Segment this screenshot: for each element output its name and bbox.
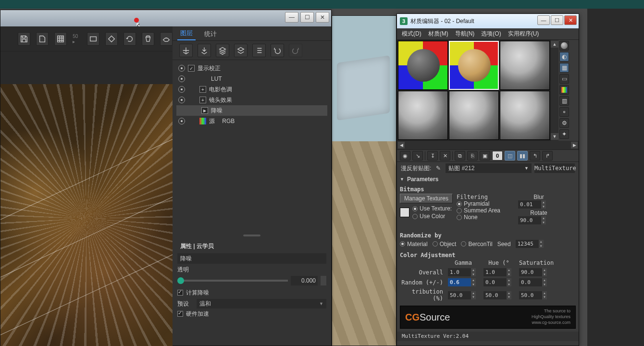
- tree-row[interactable]: 源 RGB: [176, 116, 327, 126]
- material-id-icon[interactable]: 0: [492, 151, 503, 161]
- scroll-left-icon[interactable]: ◀: [398, 142, 405, 148]
- overall-sat-spinner[interactable]: 90.0▲▼: [519, 268, 550, 276]
- material-slot[interactable]: [398, 41, 448, 90]
- stack-icon[interactable]: [216, 44, 229, 57]
- hw-accel-checkbox[interactable]: 硬件加速: [177, 309, 326, 319]
- slots-hscrollbar[interactable]: ◀ ▶: [397, 141, 579, 149]
- transparency-value[interactable]: 0.000: [291, 276, 318, 285]
- compute-denoise-checkbox[interactable]: 计算降噪: [177, 287, 326, 298]
- menu-navigate[interactable]: 导航(N): [455, 30, 475, 38]
- property-name-field[interactable]: 降噪: [177, 253, 326, 264]
- make-preview-icon[interactable]: ⚬: [559, 107, 569, 117]
- radio-summed-area[interactable]: [457, 208, 462, 213]
- random-hue-spinner[interactable]: 0.0▲▼: [483, 278, 514, 286]
- checkbox-icon[interactable]: [177, 290, 183, 296]
- map-type-button[interactable]: MultiTexture: [534, 163, 575, 173]
- radio-object[interactable]: [433, 241, 438, 247]
- render-output-view[interactable]: [0, 84, 173, 346]
- sample-backlight-icon[interactable]: ◐: [559, 52, 569, 62]
- splitter-handle[interactable]: [173, 233, 331, 238]
- put-to-library-icon[interactable]: ▣: [480, 151, 490, 161]
- tree-row[interactable]: 显示校正: [176, 63, 327, 74]
- 3d-viewport[interactable]: [332, 15, 396, 346]
- go-forward-icon[interactable]: ↱: [542, 151, 553, 161]
- make-unique-icon[interactable]: ⎘: [467, 151, 478, 161]
- trib-gamma-spinner[interactable]: 50.0▲▼: [448, 291, 479, 299]
- maximize-button[interactable]: ☐: [551, 15, 563, 25]
- visibility-icon[interactable]: [178, 86, 185, 93]
- visibility-icon[interactable]: [178, 97, 185, 103]
- seed-spinner[interactable]: 12345▲▼: [516, 240, 544, 248]
- pick-icon[interactable]: ✎: [434, 165, 443, 172]
- minimize-button[interactable]: —: [537, 15, 550, 25]
- add-layer-icon[interactable]: [179, 44, 193, 57]
- sample-sphere-icon[interactable]: [559, 41, 569, 50]
- material-slot[interactable]: [500, 41, 550, 90]
- maximize-button[interactable]: ☐: [300, 12, 314, 23]
- visibility-icon[interactable]: [178, 118, 185, 124]
- tree-row[interactable]: 镜头效果: [176, 95, 327, 105]
- sample-uv-icon[interactable]: ▭: [559, 74, 569, 84]
- material-slot[interactable]: [500, 91, 550, 140]
- go-to-parent-icon[interactable]: ↰: [530, 151, 540, 161]
- play-icon[interactable]: [201, 107, 208, 114]
- radio-use-color[interactable]: [412, 214, 418, 219]
- show-end-result-icon[interactable]: ▮▮: [517, 151, 528, 161]
- save-icon[interactable]: [18, 32, 30, 46]
- visibility-icon[interactable]: [178, 75, 185, 82]
- color-swatch[interactable]: [400, 208, 409, 217]
- trib-hue-spinner[interactable]: 50.0▲▼: [483, 291, 514, 299]
- stack2-icon[interactable]: [234, 44, 248, 57]
- clone-icon[interactable]: ⧉: [455, 151, 465, 161]
- tab-layers[interactable]: 图层: [177, 27, 196, 40]
- blur-spinner[interactable]: 0.01▲▼: [518, 200, 546, 209]
- minimize-button[interactable]: —: [285, 12, 298, 23]
- overall-hue-spinner[interactable]: 1.0▲▼: [483, 268, 514, 276]
- spinner-buttons[interactable]: [321, 276, 326, 285]
- tree-row[interactable]: 电影色调: [176, 84, 327, 95]
- expand-icon[interactable]: [199, 97, 206, 103]
- bucket-icon[interactable]: [142, 32, 154, 46]
- checkbox-icon[interactable]: [188, 65, 195, 72]
- scroll-up-icon[interactable]: ▲: [551, 41, 558, 48]
- tree-row[interactable]: LUT: [176, 74, 327, 84]
- put-to-scene-icon[interactable]: ↘: [412, 151, 423, 161]
- trib-sat-spinner[interactable]: 50.0▲▼: [519, 291, 550, 299]
- overall-gamma-spinner[interactable]: 1.0▲▼: [448, 268, 479, 276]
- material-slot[interactable]: [398, 91, 448, 140]
- select-by-material-icon[interactable]: ✦: [559, 129, 569, 139]
- render-titlebar[interactable]: ↖ — ☐ ✕: [0, 10, 331, 26]
- scroll-down-icon[interactable]: ▼: [551, 133, 558, 140]
- scroll-right-icon[interactable]: ▶: [571, 142, 578, 148]
- undo-icon[interactable]: [271, 44, 284, 57]
- redo-icon[interactable]: [289, 44, 302, 57]
- visibility-icon[interactable]: [178, 65, 185, 72]
- checkbox-icon[interactable]: [177, 311, 183, 317]
- expand-icon[interactable]: [199, 86, 206, 93]
- options-icon[interactable]: ⚙: [559, 118, 569, 128]
- close-button[interactable]: ✕: [564, 15, 577, 25]
- new-icon[interactable]: [36, 32, 49, 46]
- teapot-icon[interactable]: [160, 32, 173, 46]
- random-sat-spinner[interactable]: 0.0▲▼: [519, 278, 550, 286]
- transparency-slider[interactable]: [177, 280, 288, 282]
- cgsource-banner[interactable]: CGSource The source to HighQuality textu…: [400, 306, 576, 329]
- material-slot[interactable]: [449, 91, 499, 140]
- get-material-icon[interactable]: ◉: [400, 151, 410, 161]
- menu-mode[interactable]: 模式(D): [402, 30, 421, 38]
- fit-icon[interactable]: [87, 32, 99, 46]
- radio-use-texture[interactable]: [412, 206, 418, 211]
- menu-options[interactable]: 选项(O): [481, 30, 501, 38]
- menu-material[interactable]: 材质(M): [428, 30, 448, 38]
- material-editor-titlebar[interactable]: 3 材质编辑器 - 02 - Default — ☐ ✕: [397, 14, 579, 28]
- rotate-spinner[interactable]: 90.0▲▼: [518, 216, 546, 224]
- radio-none[interactable]: [457, 215, 462, 220]
- assign-icon[interactable]: ↧: [427, 151, 438, 161]
- tab-stats[interactable]: 统计: [201, 28, 220, 40]
- tree-row-selected[interactable]: 降噪: [176, 105, 327, 116]
- radio-material[interactable]: [400, 241, 405, 247]
- video-check-icon[interactable]: ▥: [559, 96, 569, 106]
- rollup-header[interactable]: ▼ Parameters: [400, 174, 576, 184]
- import-layer-icon[interactable]: [198, 44, 211, 57]
- show-in-viewport-icon[interactable]: ◫: [505, 151, 515, 161]
